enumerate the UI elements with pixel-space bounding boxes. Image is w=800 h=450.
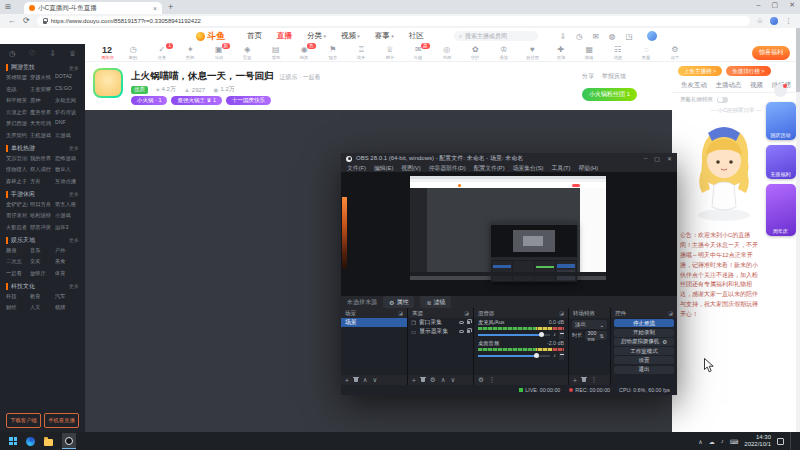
chat-tab[interactable]: 主播动态 [716, 81, 742, 90]
start-button[interactable] [9, 437, 17, 445]
nav-category[interactable]: 分类 ▾ [307, 31, 326, 41]
feature-item[interactable]: ✦ 鱼吧 [176, 46, 205, 60]
clock[interactable]: 14:30 2022/10/1 [744, 434, 771, 448]
sidebar-category-link[interactable]: DOTA2 [55, 73, 77, 81]
duration-spinner[interactable]: 300 ms ⇅ [585, 331, 607, 340]
mixer-menu-icon[interactable]: ⋮ [489, 376, 496, 384]
promo-pill-button[interactable]: 惊喜福利 [752, 46, 790, 60]
back-icon[interactable]: ← [8, 17, 16, 25]
medal-pill[interactable]: 十一国庆快乐 [226, 96, 271, 105]
sidebar-category-link[interactable]: 人文 [30, 303, 52, 311]
feature-item[interactable]: ✉ 礼物 惠 [404, 46, 433, 60]
source-up-button[interactable]: ∧ [441, 376, 446, 384]
rank-trophy-icon[interactable]: ♕ [69, 49, 76, 58]
anniversary-badge[interactable]: 12 周年庆 [95, 46, 119, 60]
download-icon[interactable]: ⇩ [560, 32, 566, 41]
scene-down-button[interactable]: ∨ [373, 376, 378, 384]
section-more-link[interactable]: 更多 [69, 191, 79, 197]
minimize-button[interactable]: – [757, 1, 761, 9]
sidebar-category-link[interactable]: 天天吃鸡 [30, 119, 52, 127]
transition-menu-icon[interactable]: ⋮ [591, 376, 598, 384]
history-icon[interactable]: ◷ [576, 32, 583, 41]
sidebar-category-link[interactable]: 我的世界 [30, 154, 52, 162]
start-recording-button[interactable]: 开始录制 [614, 329, 674, 337]
sidebar-category-link[interactable]: 明日方舟 [30, 200, 52, 208]
feature-item[interactable]: ⚙ 设置 [661, 46, 690, 60]
feature-item[interactable]: ◷ 签到 [119, 46, 148, 60]
sidebar-category-link[interactable]: 炉石传说 [55, 108, 77, 116]
properties-button[interactable]: ⚙属性 [383, 296, 414, 308]
download-icon[interactable]: ⇩ [49, 49, 55, 58]
obs-menu-item[interactable]: 停靠器部件(D) [429, 164, 466, 173]
tray-icon[interactable]: ⌨ [730, 438, 739, 445]
transition-select[interactable]: 淡出 ⌄ [572, 320, 607, 329]
refresh-icon[interactable]: ⟳ [23, 17, 30, 25]
follow-heart-icon[interactable]: ♡ [29, 49, 36, 58]
sidebar-category-link[interactable]: 互动点播 [55, 177, 77, 185]
sidebar-category-link[interactable]: 原神 [30, 96, 52, 104]
visibility-eye-icon[interactable] [459, 330, 464, 334]
feature-item[interactable]: ✚ 发现 [547, 46, 576, 60]
section-more-link[interactable]: 更多 [69, 145, 79, 151]
streamer-avatar[interactable] [93, 68, 123, 98]
nav-video[interactable]: 视频 ▾ [341, 31, 360, 41]
feature-item[interactable]: ⚑ 预言 [319, 46, 348, 60]
obs-preview-canvas[interactable] [341, 173, 677, 295]
sidebar-category-link[interactable]: 二次元 [6, 257, 28, 265]
sidebar-category-link[interactable]: 火影忍者 [6, 223, 28, 231]
speaker-icon[interactable]: ♪ [553, 353, 556, 359]
obs-menu-item[interactable]: 文件(F) [347, 164, 366, 173]
filter-toggle[interactable] [717, 97, 728, 103]
sidebar-category-link[interactable]: 主机游戏 [30, 131, 52, 139]
add-source-button[interactable]: + [412, 377, 416, 384]
source-properties-icon[interactable]: ⚙ [430, 376, 436, 384]
room-rank-pill[interactable]: 鱼塘排行榜 > [726, 66, 770, 76]
feature-item[interactable]: ✓ 任务 1 [148, 46, 177, 60]
obs-taskbar-icon[interactable] [62, 433, 76, 449]
nav-live[interactable]: 直播 [277, 31, 292, 41]
sidebar-category-link[interactable]: 教育 [30, 292, 52, 300]
sidebar-category-link[interactable]: 财经 [6, 303, 28, 311]
virtual-camera-button[interactable]: 启动虚拟摄像机⚙ [614, 338, 674, 346]
favorite-star-icon[interactable]: ☆ [757, 17, 763, 25]
sidebar-category-link[interactable]: 梦幻西游 [6, 119, 28, 127]
message-icon[interactable]: ✉ [593, 32, 599, 41]
obs-maximize-button[interactable]: ▢ [654, 155, 660, 162]
fader-handle[interactable] [559, 352, 564, 360]
close-button[interactable]: ✕ [789, 1, 795, 9]
header-search-input[interactable]: ⌕ 搜索主播或房间 [454, 31, 538, 41]
share-button[interactable]: 分享 [582, 72, 594, 81]
sidebar-category-link[interactable]: 颜值 [6, 246, 28, 254]
feature-item[interactable]: ◎ 充值 [433, 46, 462, 60]
sidebar-category-link[interactable]: 英雄联盟 [6, 73, 28, 81]
remove-transition-button[interactable] [582, 378, 586, 382]
sidebar-category-link[interactable]: 崩坏3 [55, 223, 77, 231]
activity-card[interactable]: 国庆活动 [766, 102, 796, 140]
tab-close-icon[interactable]: × [153, 5, 157, 12]
nav-esports[interactable]: 赛事 ▾ [375, 31, 394, 41]
apps-icon[interactable]: ◳ [625, 32, 632, 41]
sidebar-category-link[interactable]: 部落冲突 [30, 223, 52, 231]
scene-list-item[interactable]: 场景 [341, 318, 407, 327]
address-bar[interactable]: https://www.douyu.com/85819157?r=0.33058… [37, 16, 750, 26]
file-explorer-icon[interactable] [44, 439, 53, 446]
medal-pill[interactable]: 小火锅 · 1 [131, 96, 167, 105]
sidebar-category-link[interactable]: 科技 [6, 292, 28, 300]
sidebar-category-link[interactable]: 怪物猎人 [6, 165, 28, 173]
sidebar-category-link[interactable]: 恐怖游戏 [55, 154, 77, 162]
sidebar-category-link[interactable]: 森林之子 [6, 177, 28, 185]
notification-center-icon[interactable] [777, 438, 784, 445]
user-avatar[interactable] [647, 31, 657, 41]
streamer-rank-pill[interactable]: 上鱼主播榜 > [678, 66, 722, 76]
sidebar-category-link[interactable]: 一起看 [6, 269, 28, 277]
tab-actions-icon[interactable]: ⊞ [5, 3, 11, 11]
obs-menu-item[interactable]: 场景集合(S) [513, 164, 544, 173]
sidebar-category-link[interactable]: 放映厅 [30, 269, 52, 277]
sidebar-category-link[interactable]: 魔兽世界 [30, 108, 52, 116]
download-client-button[interactable]: 下载客户端 [6, 413, 41, 428]
recharge-card[interactable]: 充值福利 [766, 145, 796, 179]
feature-item[interactable]: ▦ 商城 [575, 46, 604, 60]
sidebar-category-link[interactable]: 音乐 [30, 246, 52, 254]
medal-pill[interactable]: 最强火锅王 ♛ 1 [171, 96, 222, 105]
exit-button[interactable]: 退出 [614, 366, 674, 374]
